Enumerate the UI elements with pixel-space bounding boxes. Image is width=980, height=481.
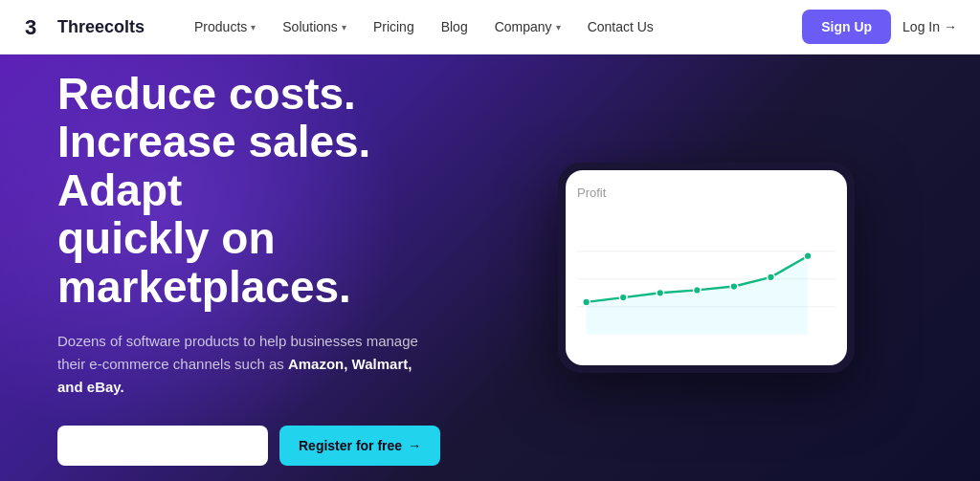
svg-text:3: 3: [25, 15, 36, 39]
signup-button[interactable]: Sign Up: [802, 10, 891, 44]
navbar: 3 Threecolts Products ▾ Solutions ▾ Pric…: [0, 0, 980, 55]
register-button[interactable]: Register for free →: [279, 426, 440, 466]
nav-item-blog[interactable]: Blog: [430, 11, 479, 42]
hero-section: Reduce costs.Increase sales. Adaptquickl…: [0, 55, 980, 481]
nav-item-products[interactable]: Products ▾: [183, 11, 267, 42]
chevron-down-icon: ▾: [251, 22, 256, 33]
svg-point-4: [583, 298, 590, 306]
nav-item-contact[interactable]: Contact Us: [576, 11, 665, 42]
svg-point-7: [694, 287, 702, 295]
svg-point-6: [657, 289, 664, 296]
nav-links: Products ▾ Solutions ▾ Pricing Blog Comp…: [183, 11, 802, 42]
hero-subtext: Dozens of software products to help busi…: [57, 330, 440, 399]
svg-point-8: [730, 283, 738, 291]
nav-item-pricing[interactable]: Pricing: [362, 11, 426, 42]
hero-left: Reduce costs.Increase sales. Adaptquickl…: [57, 70, 490, 467]
hero-form: Register for free →: [57, 426, 490, 466]
svg-point-10: [804, 252, 812, 260]
chevron-down-icon: ▾: [556, 22, 561, 33]
chevron-down-icon: ▾: [342, 22, 346, 33]
logo-link[interactable]: 3 Threecolts: [23, 13, 145, 40]
arrow-icon: →: [408, 438, 421, 453]
chart-inner: Profit: [566, 170, 847, 365]
nav-actions: Sign Up Log In →: [802, 10, 957, 44]
email-input[interactable]: [57, 426, 268, 466]
login-button[interactable]: Log In →: [902, 19, 957, 34]
arrow-icon: →: [944, 19, 957, 34]
chart-label: Profit: [577, 186, 835, 200]
logo-text: Threecolts: [57, 17, 145, 37]
hero-right: Profit: [490, 163, 923, 373]
profit-chart: [577, 208, 835, 341]
chart-widget: Profit: [558, 163, 855, 373]
svg-point-9: [768, 273, 775, 281]
nav-item-company[interactable]: Company ▾: [483, 11, 572, 42]
hero-headline: Reduce costs.Increase sales. Adaptquickl…: [57, 70, 490, 312]
nav-item-solutions[interactable]: Solutions ▾: [271, 11, 358, 42]
svg-point-5: [619, 294, 627, 301]
logo-icon: 3: [23, 13, 50, 40]
